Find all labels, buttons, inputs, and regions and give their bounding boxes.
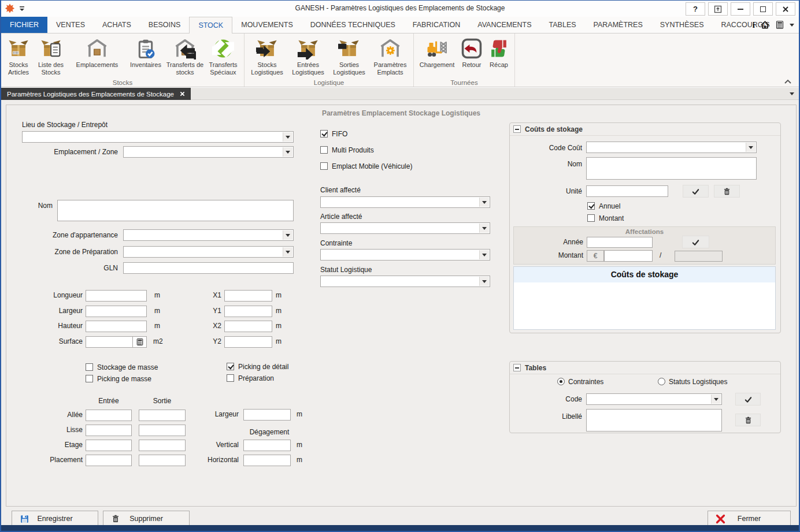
ribbon-item-transferts-de-stocks[interactable]: Transferts de stocks	[165, 35, 205, 76]
help-button[interactable]: ?	[686, 2, 705, 16]
menu-tab-ventes[interactable]: VENTES	[47, 17, 94, 33]
table-code-combobox[interactable]	[586, 393, 722, 405]
ribbon-collapse-icon[interactable]	[784, 79, 792, 84]
ribbon-item-entrees-logistiques[interactable]: Entrées Logistiques	[287, 35, 329, 76]
menu-tab-donnees-techniques[interactable]: DONNÉES TECHNIQUES	[302, 17, 404, 33]
menu-tab-fabrication[interactable]: FABRICATION	[404, 17, 469, 33]
lisse-sortie-input[interactable]	[139, 425, 186, 436]
ribbon-item-transferts-speciaux[interactable]: Transferts Spéciaux	[205, 35, 242, 76]
couts-list[interactable]: Coûts de stokage	[513, 266, 776, 330]
ribbon-item-inventaires[interactable]: Inventaires	[126, 35, 165, 69]
unite-input[interactable]	[586, 185, 668, 197]
degagement-vertical-input[interactable]	[243, 440, 291, 451]
etage-sortie-input[interactable]	[139, 440, 186, 451]
chevron-down-icon[interactable]	[479, 250, 489, 259]
libelle-textbox[interactable]	[586, 409, 722, 431]
degagement-horizontal-input[interactable]	[243, 455, 291, 466]
preparation-checkbox[interactable]	[227, 374, 234, 382]
menu-tab-syntheses[interactable]: SYNTHÈSES	[651, 17, 713, 33]
menu-tab-mouvements[interactable]: MOUVEMENTS	[232, 17, 302, 33]
surface-calculator-button[interactable]	[132, 336, 147, 348]
fifo-checkbox[interactable]	[320, 130, 328, 137]
minimize-button[interactable]	[731, 2, 750, 16]
annuel-checkbox[interactable]	[587, 202, 595, 210]
chevron-down-icon[interactable]	[479, 224, 489, 233]
allee-sortie-input[interactable]	[139, 410, 186, 421]
affectation-validate-button[interactable]	[682, 236, 709, 248]
ribbon-item-recap[interactable]: Récap	[486, 35, 512, 69]
cout-validate-button[interactable]	[683, 185, 709, 198]
emplact-mobile-checkbox[interactable]	[320, 162, 328, 170]
y2-input[interactable]	[224, 336, 272, 348]
ribbon-item-retour[interactable]: Retour	[458, 35, 486, 69]
montant-input[interactable]	[604, 250, 653, 262]
menu-tab-tables[interactable]: TABLES	[540, 17, 585, 33]
maximize-button[interactable]	[753, 2, 773, 16]
menu-tab-fichier[interactable]: FICHIER	[1, 17, 47, 33]
client-affecte-combobox[interactable]	[320, 196, 490, 208]
table-validate-button[interactable]	[735, 393, 761, 405]
home-icon[interactable]	[760, 20, 770, 29]
longueur-input[interactable]	[86, 290, 147, 302]
chevron-down-icon[interactable]	[283, 147, 292, 157]
contraintes-radio[interactable]	[557, 378, 565, 385]
emplacement-zone-combobox[interactable]	[123, 146, 294, 158]
chevron-down-icon[interactable]	[283, 230, 292, 240]
calculator-icon[interactable]	[775, 20, 784, 29]
largeur-allee-input[interactable]	[243, 409, 291, 421]
menu-tab-stock[interactable]: STOCK	[189, 17, 232, 34]
ribbon-item-sorties-logistiques[interactable]: Sorties Logistiques	[329, 35, 369, 76]
y1-input[interactable]	[224, 306, 272, 317]
multi-produits-checkbox[interactable]	[320, 146, 328, 154]
hauteur-input[interactable]	[86, 321, 147, 332]
placement-entree-input[interactable]	[86, 455, 132, 466]
article-affecte-combobox[interactable]	[320, 222, 490, 234]
tab-list-dropdown-icon[interactable]	[790, 92, 794, 95]
x2-input[interactable]	[224, 321, 272, 332]
contrainte-combobox[interactable]	[320, 249, 490, 261]
cout-nom-textbox[interactable]	[586, 157, 757, 180]
ribbon-item-chargement[interactable]: Chargement	[416, 35, 458, 69]
close-form-button[interactable]: Fermer	[708, 511, 791, 527]
x1-input[interactable]	[224, 290, 272, 302]
menu-tab-besoins[interactable]: BESOINS	[140, 17, 190, 33]
statut-logistique-combobox[interactable]	[320, 276, 490, 287]
etage-entree-input[interactable]	[86, 440, 132, 451]
ribbon-item-emplacements[interactable]: Emplacements	[68, 35, 126, 69]
gln-input[interactable]	[123, 262, 294, 274]
lieu-stockage-combobox[interactable]	[22, 131, 294, 143]
lisse-entree-input[interactable]	[86, 425, 132, 436]
cout-delete-button[interactable]	[714, 185, 740, 198]
zone-preparation-combobox[interactable]	[123, 246, 294, 258]
menu-tab-parametres[interactable]: PARAMÈTRES	[585, 17, 651, 33]
tab-close-icon[interactable]	[180, 91, 185, 96]
picking-de-masse-checkbox[interactable]	[86, 375, 93, 382]
statuts-logistiques-radio[interactable]	[658, 378, 665, 385]
info-icon[interactable]: i	[753, 20, 755, 30]
code-cout-combobox[interactable]	[586, 142, 757, 153]
delete-button[interactable]: Supprimer	[103, 511, 190, 527]
zone-appartenance-combobox[interactable]	[123, 229, 294, 241]
allee-entree-input[interactable]	[86, 410, 132, 421]
restore-up-button[interactable]	[708, 2, 728, 16]
nom-textbox[interactable]	[57, 200, 294, 221]
collapse-icon[interactable]	[513, 364, 521, 371]
collapse-icon[interactable]	[513, 125, 521, 133]
table-delete-button[interactable]	[735, 414, 761, 426]
annee-input[interactable]	[587, 237, 653, 248]
save-button[interactable]: Enregistrer	[12, 511, 98, 527]
menu-tab-achats[interactable]: ACHATS	[94, 17, 140, 33]
picking-de-detail-checkbox[interactable]	[227, 363, 234, 370]
montant-checkbox[interactable]	[587, 214, 595, 222]
menu-tab-avancements[interactable]: AVANCEMENTS	[469, 17, 540, 33]
calculator-dropdown-icon[interactable]	[790, 24, 794, 27]
chevron-down-icon[interactable]	[283, 247, 292, 256]
chevron-down-icon[interactable]	[746, 143, 755, 152]
document-tab[interactable]: Paramètres Logistiques des Emplacements …	[1, 88, 191, 100]
placement-sortie-input[interactable]	[139, 455, 186, 466]
largeur-input[interactable]	[86, 306, 147, 317]
chevron-down-icon[interactable]	[711, 395, 721, 404]
close-button[interactable]	[776, 2, 795, 16]
ribbon-item-parametres-emplacts[interactable]: Paramètres Emplacts	[369, 35, 411, 76]
chevron-down-icon[interactable]	[479, 198, 489, 207]
